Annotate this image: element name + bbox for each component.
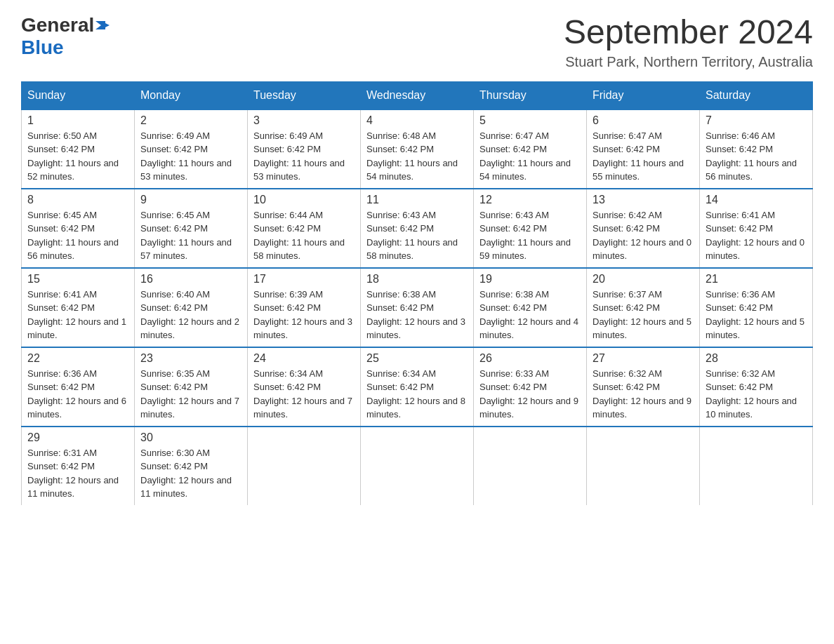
day-info: Sunrise: 6:49 AM Sunset: 6:42 PM Dayligh… [140,129,241,184]
day-info: Sunrise: 6:35 AM Sunset: 6:42 PM Dayligh… [140,367,241,422]
day-info: Sunrise: 6:45 AM Sunset: 6:42 PM Dayligh… [140,208,241,263]
calendar-week-row: 8 Sunrise: 6:45 AM Sunset: 6:42 PM Dayli… [22,189,813,268]
day-info: Sunrise: 6:34 AM Sunset: 6:42 PM Dayligh… [253,367,355,422]
logo-triangle-icon [95,18,110,32]
calendar-cell: 11 Sunrise: 6:43 AM Sunset: 6:42 PM Dayl… [361,189,474,268]
day-info: Sunrise: 6:46 AM Sunset: 6:42 PM Dayligh… [706,129,807,184]
weekday-header-thursday: Thursday [474,81,587,109]
calendar-cell: 18 Sunrise: 6:38 AM Sunset: 6:42 PM Dayl… [361,268,474,347]
title-area: September 2024 Stuart Park, Northern Ter… [564,14,813,70]
calendar-cell: 15 Sunrise: 6:41 AM Sunset: 6:42 PM Dayl… [22,268,135,347]
calendar-cell: 14 Sunrise: 6:41 AM Sunset: 6:42 PM Dayl… [700,189,813,268]
calendar-cell [700,427,813,505]
day-number: 21 [706,273,807,286]
day-number: 1 [27,114,128,127]
day-info: Sunrise: 6:48 AM Sunset: 6:42 PM Dayligh… [366,129,468,184]
calendar-cell: 1 Sunrise: 6:50 AM Sunset: 6:42 PM Dayli… [22,109,135,189]
weekday-header-wednesday: Wednesday [361,81,474,109]
day-info: Sunrise: 6:41 AM Sunset: 6:42 PM Dayligh… [27,288,128,342]
day-number: 3 [253,114,355,127]
day-number: 8 [27,194,128,206]
day-number: 9 [140,194,241,206]
day-info: Sunrise: 6:37 AM Sunset: 6:42 PM Dayligh… [593,288,694,342]
calendar-title: September 2024 [564,14,813,51]
day-number: 15 [27,273,128,286]
day-number: 22 [27,352,128,365]
day-info: Sunrise: 6:36 AM Sunset: 6:42 PM Dayligh… [706,288,807,342]
day-info: Sunrise: 6:32 AM Sunset: 6:42 PM Dayligh… [706,367,807,422]
calendar-cell: 2 Sunrise: 6:49 AM Sunset: 6:42 PM Dayli… [135,109,248,189]
day-number: 2 [140,114,241,127]
calendar-cell: 26 Sunrise: 6:33 AM Sunset: 6:42 PM Dayl… [474,347,587,427]
day-number: 13 [593,194,694,206]
calendar-cell: 19 Sunrise: 6:38 AM Sunset: 6:42 PM Dayl… [474,268,587,347]
calendar-cell: 13 Sunrise: 6:42 AM Sunset: 6:42 PM Dayl… [587,189,700,268]
calendar-cell: 28 Sunrise: 6:32 AM Sunset: 6:42 PM Dayl… [700,347,813,427]
calendar-cell: 16 Sunrise: 6:40 AM Sunset: 6:42 PM Dayl… [135,268,248,347]
calendar-cell: 9 Sunrise: 6:45 AM Sunset: 6:42 PM Dayli… [135,189,248,268]
calendar-cell: 6 Sunrise: 6:47 AM Sunset: 6:42 PM Dayli… [587,109,700,189]
day-number: 5 [479,114,581,127]
day-info: Sunrise: 6:43 AM Sunset: 6:42 PM Dayligh… [479,208,581,263]
calendar-cell: 4 Sunrise: 6:48 AM Sunset: 6:42 PM Dayli… [361,109,474,189]
day-number: 30 [140,431,241,444]
calendar-cell: 12 Sunrise: 6:43 AM Sunset: 6:42 PM Dayl… [474,189,587,268]
day-number: 17 [253,273,355,286]
day-number: 19 [479,273,581,286]
calendar-week-row: 15 Sunrise: 6:41 AM Sunset: 6:42 PM Dayl… [22,268,813,347]
calendar-week-row: 1 Sunrise: 6:50 AM Sunset: 6:42 PM Dayli… [22,109,813,189]
calendar-cell: 7 Sunrise: 6:46 AM Sunset: 6:42 PM Dayli… [700,109,813,189]
calendar-cell [587,427,700,505]
calendar-cell: 27 Sunrise: 6:32 AM Sunset: 6:42 PM Dayl… [587,347,700,427]
calendar-week-row: 29 Sunrise: 6:31 AM Sunset: 6:42 PM Dayl… [22,427,813,505]
day-number: 6 [593,114,694,127]
day-info: Sunrise: 6:49 AM Sunset: 6:42 PM Dayligh… [253,129,355,184]
calendar-subtitle: Stuart Park, Northern Territory, Austral… [564,54,813,70]
day-number: 18 [366,273,468,286]
day-number: 12 [479,194,581,206]
weekday-header-sunday: Sunday [22,81,135,109]
day-info: Sunrise: 6:42 AM Sunset: 6:42 PM Dayligh… [593,208,694,263]
day-number: 10 [253,194,355,206]
header: General Blue September 2024 Stuart Park,… [21,14,813,70]
day-number: 16 [140,273,241,286]
day-info: Sunrise: 6:41 AM Sunset: 6:42 PM Dayligh… [706,208,807,263]
day-number: 29 [27,431,128,444]
calendar-cell: 3 Sunrise: 6:49 AM Sunset: 6:42 PM Dayli… [248,109,361,189]
calendar-cell: 17 Sunrise: 6:39 AM Sunset: 6:42 PM Dayl… [248,268,361,347]
logo-blue-text: Blue [21,36,64,59]
calendar-week-row: 22 Sunrise: 6:36 AM Sunset: 6:42 PM Dayl… [22,347,813,427]
calendar-cell [474,427,587,505]
day-info: Sunrise: 6:45 AM Sunset: 6:42 PM Dayligh… [27,208,128,263]
day-info: Sunrise: 6:38 AM Sunset: 6:42 PM Dayligh… [366,288,468,342]
day-info: Sunrise: 6:47 AM Sunset: 6:42 PM Dayligh… [593,129,694,184]
day-number: 11 [366,194,468,206]
weekday-header-row: SundayMondayTuesdayWednesdayThursdayFrid… [22,81,813,109]
weekday-header-tuesday: Tuesday [248,81,361,109]
day-number: 7 [706,114,807,127]
day-number: 23 [140,352,241,365]
day-number: 24 [253,352,355,365]
logo: General Blue [21,14,110,59]
calendar-cell: 20 Sunrise: 6:37 AM Sunset: 6:42 PM Dayl… [587,268,700,347]
day-info: Sunrise: 6:32 AM Sunset: 6:42 PM Dayligh… [593,367,694,422]
calendar-cell: 21 Sunrise: 6:36 AM Sunset: 6:42 PM Dayl… [700,268,813,347]
calendar-cell: 8 Sunrise: 6:45 AM Sunset: 6:42 PM Dayli… [22,189,135,268]
day-info: Sunrise: 6:31 AM Sunset: 6:42 PM Dayligh… [27,446,128,501]
calendar-cell: 24 Sunrise: 6:34 AM Sunset: 6:42 PM Dayl… [248,347,361,427]
day-number: 14 [706,194,807,206]
day-info: Sunrise: 6:47 AM Sunset: 6:42 PM Dayligh… [479,129,581,184]
day-number: 28 [706,352,807,365]
day-info: Sunrise: 6:40 AM Sunset: 6:42 PM Dayligh… [140,288,241,342]
day-number: 27 [593,352,694,365]
weekday-header-monday: Monday [135,81,248,109]
weekday-header-saturday: Saturday [700,81,813,109]
calendar-cell: 5 Sunrise: 6:47 AM Sunset: 6:42 PM Dayli… [474,109,587,189]
day-info: Sunrise: 6:33 AM Sunset: 6:42 PM Dayligh… [479,367,581,422]
day-info: Sunrise: 6:36 AM Sunset: 6:42 PM Dayligh… [27,367,128,422]
day-info: Sunrise: 6:34 AM Sunset: 6:42 PM Dayligh… [366,367,468,422]
day-info: Sunrise: 6:39 AM Sunset: 6:42 PM Dayligh… [253,288,355,342]
calendar-cell: 23 Sunrise: 6:35 AM Sunset: 6:42 PM Dayl… [135,347,248,427]
calendar-cell [248,427,361,505]
day-info: Sunrise: 6:44 AM Sunset: 6:42 PM Dayligh… [253,208,355,263]
